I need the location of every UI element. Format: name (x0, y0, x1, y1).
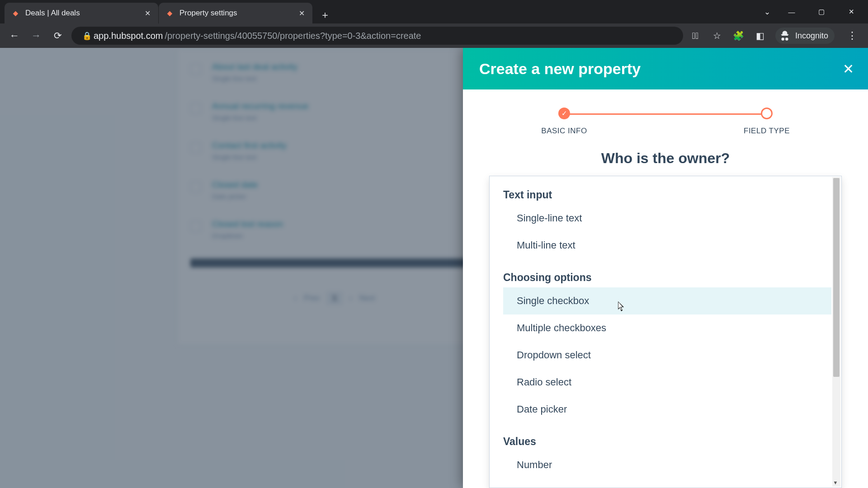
scroll-down-icon[interactable]: ▼ (831, 479, 840, 487)
url-field[interactable]: 🔒 app.hubspot.com/property-settings/4005… (71, 27, 683, 45)
tab-title: Deals | All deals (25, 9, 137, 18)
dropdown-item[interactable]: Multiple checkboxes (503, 314, 831, 342)
title-bar: ◆ Deals | All deals ✕ ◆ Property setting… (0, 0, 868, 23)
window-controls: ⌄ — ▢ ✕ (764, 2, 868, 22)
new-tab-button[interactable]: ＋ (316, 6, 334, 23)
dropdown-item[interactable]: Number (503, 451, 831, 479)
reload-button[interactable]: ⟳ (50, 28, 66, 44)
close-icon[interactable]: ✕ (297, 9, 306, 18)
dropdown-item[interactable]: Calculation (503, 479, 831, 488)
panel-question: Who is the owner? (463, 140, 868, 176)
dropdown-item[interactable]: Single checkbox (503, 287, 831, 314)
nav-forward-button[interactable]: → (28, 28, 44, 44)
star-icon[interactable]: ☆ (710, 30, 724, 41)
dropdown-list[interactable]: Text inputSingle-line textMulti-line tex… (490, 176, 831, 488)
dropdown-group-title: Text input (503, 185, 831, 205)
create-property-panel: Create a new property ✕ ✓ BASIC INFO FIE… (463, 48, 868, 488)
url-path: /property-settings/40055750/properties?t… (165, 31, 421, 41)
browser-window: ◆ Deals | All deals ✕ ◆ Property setting… (0, 0, 868, 488)
hubspot-icon: ◆ (165, 9, 174, 18)
tab-title: Property settings (179, 9, 292, 18)
kebab-menu-icon[interactable]: ⋮ (843, 30, 862, 42)
close-icon[interactable]: ✕ (143, 9, 152, 18)
step-circle-current (761, 108, 773, 119)
panel-title: Create a new property (479, 60, 641, 78)
dropdown-item[interactable]: Dropdown select (503, 342, 831, 369)
url-host: app.hubspot.com (94, 31, 163, 41)
dropdown-group-title: Values (503, 432, 831, 451)
close-panel-button[interactable]: ✕ (839, 60, 857, 78)
incognito-icon (779, 30, 791, 42)
incognito-badge[interactable]: Incognito (775, 28, 835, 44)
panel-header: Create a new property ✕ (463, 48, 868, 89)
extensions-icon[interactable]: 🧩 (732, 30, 745, 41)
incognito-label: Incognito (795, 31, 828, 41)
lock-icon: 🔒 (82, 31, 92, 41)
stepper: ✓ BASIC INFO FIELD TYPE (463, 89, 868, 140)
scrollbar-track[interactable]: ▲ ▼ (832, 177, 840, 487)
scrollbar-thumb[interactable] (833, 178, 840, 377)
dropdown-item[interactable]: Date picker (503, 396, 831, 423)
tab-strip: ◆ Deals | All deals ✕ ◆ Property setting… (0, 0, 764, 23)
step-field-type[interactable]: FIELD TYPE (665, 108, 868, 136)
dropdown-item[interactable]: Radio select (503, 369, 831, 396)
dropdown-item[interactable]: Multi-line text (503, 232, 831, 259)
minimize-button[interactable]: — (778, 2, 805, 22)
tab-property-settings[interactable]: ◆ Property settings ✕ (159, 3, 312, 23)
step-circle-done: ✓ (558, 108, 570, 119)
maximize-button[interactable]: ▢ (808, 2, 835, 22)
toolbar-icons: 👁̸ ☆ 🧩 ◧ Incognito ⋮ (689, 28, 862, 44)
chevron-down-icon[interactable]: ⌄ (764, 7, 770, 17)
step-label: BASIC INFO (541, 127, 587, 136)
eye-off-icon[interactable]: 👁̸ (689, 31, 702, 41)
step-label: FIELD TYPE (744, 127, 790, 136)
hubspot-icon: ◆ (11, 9, 20, 18)
close-window-button[interactable]: ✕ (838, 2, 864, 22)
step-basic-info[interactable]: ✓ BASIC INFO (463, 108, 665, 136)
tab-deals[interactable]: ◆ Deals | All deals ✕ (5, 3, 158, 23)
page-viewport: About last deal activitySingle-line text… (0, 48, 868, 488)
side-panel-icon[interactable]: ◧ (754, 30, 767, 41)
dropdown-group-title: Choosing options (503, 268, 831, 287)
dropdown-item[interactable]: Single-line text (503, 205, 831, 232)
address-bar: ← → ⟳ 🔒 app.hubspot.com/property-setting… (0, 23, 868, 48)
nav-back-button[interactable]: ← (6, 28, 23, 44)
field-type-dropdown: Text inputSingle-line textMulti-line tex… (489, 176, 842, 488)
